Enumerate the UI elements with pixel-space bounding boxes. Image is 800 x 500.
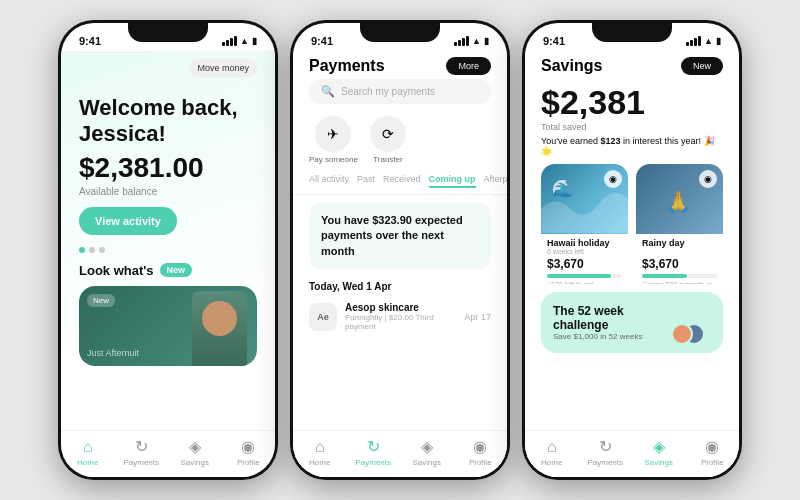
nav-profile-1[interactable]: ◉ Profile: [228, 437, 268, 467]
pay-someone-action[interactable]: ✈ Pay someone: [309, 116, 358, 164]
savings-card-hawaii[interactable]: ◉ 🌊 Hawaii holiday 6 weeks left $3,670: [541, 164, 628, 284]
payment-name: Aesop skincare: [345, 302, 456, 313]
savings-icon-1: ◈: [189, 437, 201, 456]
savings-icon-2: ◈: [421, 437, 433, 456]
person-illustration: [192, 291, 247, 366]
new-badge: New: [160, 263, 193, 277]
profile-icon-3: ◉: [705, 437, 719, 456]
more-button[interactable]: More: [446, 57, 491, 75]
welcome-text: Welcome back, Jessica!: [79, 95, 257, 148]
dots-indicator: [79, 247, 257, 253]
nav-savings-label-1: Savings: [181, 458, 209, 467]
profile-icon-2: ◉: [473, 437, 487, 456]
move-money-button[interactable]: Move money: [189, 59, 257, 77]
pay-someone-label: Pay someone: [309, 155, 358, 164]
person-face: [202, 301, 237, 336]
nav-payments-label-1: Payments: [123, 458, 159, 467]
tab-afterpay[interactable]: Afterpay saved: [484, 172, 507, 188]
nav-home-3[interactable]: ⌂ Home: [532, 438, 572, 467]
savings-card-rainy[interactable]: ◉ 🙏 Rainy day $3,670 S: [636, 164, 723, 284]
look-whats: Look what's New: [79, 263, 257, 278]
dot-1: [79, 247, 85, 253]
nav-savings-label-3: Savings: [645, 458, 673, 467]
tab-received[interactable]: Received: [383, 172, 421, 188]
nav-home-1[interactable]: ⌂ Home: [68, 438, 108, 467]
hawaii-sub: 6 weeks left: [547, 248, 622, 255]
payment-date: Apr 17: [464, 312, 491, 322]
dot-3: [99, 247, 105, 253]
nav-savings-3[interactable]: ◈ Savings: [639, 437, 679, 467]
payments-header: Payments More: [293, 51, 507, 79]
savings-amount: $2,381: [525, 79, 739, 122]
home-icon-2: ⌂: [315, 438, 325, 456]
home-icon-3: ⌂: [547, 438, 557, 456]
rainy-sub: [642, 248, 717, 255]
home-screen: Move money Welcome back, Jessica! $2,381…: [61, 51, 275, 430]
pay-someone-icon: ✈: [315, 116, 351, 152]
nav-savings-label-2: Savings: [413, 458, 441, 467]
signal-bars-1: [222, 36, 237, 46]
signal-bar-1: [222, 42, 225, 46]
payments-title: Payments: [309, 57, 385, 75]
payment-logo: Ae: [309, 303, 337, 331]
nav-payments-1[interactable]: ↻ Payments: [121, 437, 161, 467]
card-label: Just Afternuit: [87, 348, 139, 358]
hawaii-overlay-icon: ◉: [604, 170, 622, 188]
nav-profile-3[interactable]: ◉ Profile: [692, 437, 732, 467]
challenge-card[interactable]: The 52 week challenge Save $1,000 in 52 …: [541, 292, 723, 353]
search-bar[interactable]: 🔍 Search my payments: [309, 79, 491, 104]
signal-bar-4: [234, 36, 237, 46]
wifi-icon-3: ▲: [704, 36, 713, 46]
rainy-note: Saving $88 a month on average: [642, 281, 717, 284]
nav-savings-1[interactable]: ◈ Savings: [175, 437, 215, 467]
tab-all-activity[interactable]: All activity: [309, 172, 349, 188]
status-icons-1: ▲ ▮: [222, 36, 257, 46]
hawaii-image: ◉ 🌊: [541, 164, 628, 234]
hawaii-amount: $3,670: [547, 257, 622, 271]
signal-bar-3: [230, 38, 233, 46]
tab-coming-up[interactable]: Coming up: [429, 172, 476, 188]
notch-1: [128, 20, 208, 42]
nav-payments-3[interactable]: ↻ Payments: [585, 437, 625, 467]
hawaii-note: $120 left to go!: [547, 281, 622, 284]
rainy-card-body: Rainy day $3,670 Saving $88 a month on a…: [636, 234, 723, 284]
tab-past[interactable]: Past: [357, 172, 375, 188]
screen-content-2: Payments More 🔍 Search my payments ✈ Pay…: [293, 51, 507, 477]
transfer-action[interactable]: ⟳ Transfer: [370, 116, 406, 164]
notch-3: [592, 20, 672, 42]
hawaii-card-body: Hawaii holiday 6 weeks left $3,670 $120 …: [541, 234, 628, 284]
hawaii-progress-fill: [547, 274, 611, 278]
bottom-nav-3: ⌂ Home ↻ Payments ◈ Savings ◉ Profile: [525, 430, 739, 477]
nav-home-label-3: Home: [541, 458, 562, 467]
nav-payments-label-3: Payments: [587, 458, 623, 467]
status-icons-2: ▲ ▮: [454, 36, 489, 46]
payment-item[interactable]: Ae Aesop skincare Fortnightly | $20.00 T…: [293, 296, 507, 337]
rainy-progress-bar: [642, 274, 717, 278]
rainy-image: ◉ 🙏: [636, 164, 723, 234]
profile-icon-1: ◉: [241, 437, 255, 456]
feature-card[interactable]: New Just Afternuit: [79, 286, 257, 366]
screen-content-1: Move money Welcome back, Jessica! $2,381…: [61, 51, 275, 477]
nav-savings-2[interactable]: ◈ Savings: [407, 437, 447, 467]
transfer-label: Transfer: [373, 155, 403, 164]
rainy-name: Rainy day: [642, 238, 717, 248]
rainy-amount: $3,670: [642, 257, 717, 271]
phone-3: 9:41 ▲ ▮ Savings New $2,381: [522, 20, 742, 480]
status-icons-3: ▲ ▮: [686, 36, 721, 46]
new-button[interactable]: New: [681, 57, 723, 75]
savings-icon-3: ◈: [653, 437, 665, 456]
payment-actions: ✈ Pay someone ⟳ Transfer: [293, 112, 507, 172]
svg-text:🙏: 🙏: [665, 189, 692, 215]
nav-profile-label-3: Profile: [701, 458, 724, 467]
wifi-icon-1: ▲: [240, 36, 249, 46]
wifi-icon-2: ▲: [472, 36, 481, 46]
coming-up-banner: You have $323.90 expected payments over …: [309, 203, 491, 269]
bottom-nav-2: ⌂ Home ↻ Payments ◈ Savings ◉ Profile: [293, 430, 507, 477]
nav-payments-2[interactable]: ↻ Payments: [353, 437, 393, 467]
rainy-overlay-icon: ◉: [699, 170, 717, 188]
signal-bars-2: [454, 36, 469, 46]
view-activity-button[interactable]: View activity: [79, 207, 177, 235]
nav-profile-2[interactable]: ◉ Profile: [460, 437, 500, 467]
time-1: 9:41: [79, 35, 101, 47]
nav-home-2[interactable]: ⌂ Home: [300, 438, 340, 467]
